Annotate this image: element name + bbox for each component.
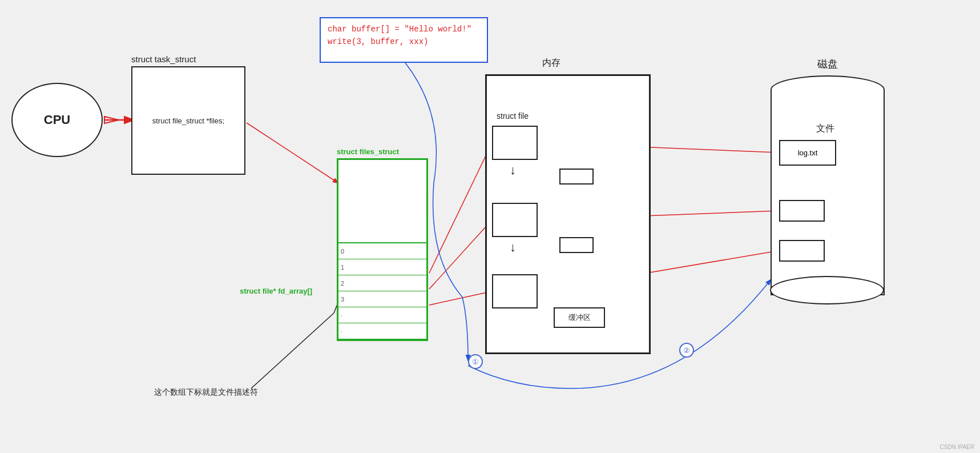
svg-line-5 <box>429 291 492 305</box>
fd-row-3: 3 <box>338 291 426 307</box>
cpu-ellipse: CPU <box>11 83 103 157</box>
fd-row-dot1: · <box>338 307 426 323</box>
svg-line-3 <box>429 143 492 273</box>
files-struct-title: struct files_struct <box>337 147 428 156</box>
fd-row-0: 0 <box>338 243 426 259</box>
buffer-label: 缓冲区 <box>568 312 591 323</box>
file-item-1 <box>492 126 538 160</box>
task-struct-title: struct task_struct <box>131 54 245 64</box>
fd-array-rows: 0 1 2 3 · · <box>338 242 426 339</box>
memory-title: 内存 <box>542 57 560 69</box>
disk-file-3 <box>779 240 825 262</box>
code-box: char buffer[] = "Hello world!" write(3, … <box>320 17 488 63</box>
file-item-2 <box>492 203 538 237</box>
disk-cylinder <box>771 75 885 304</box>
code-line-2: write(3, buffer, xxx) <box>328 35 480 48</box>
down-arrow-1: ↓ <box>510 163 516 178</box>
disk-file-1-label: log.txt <box>798 149 818 157</box>
files-struct-box: 0 1 2 3 · · <box>337 158 428 341</box>
disk-container: 磁盘 <box>771 57 885 304</box>
files-struct-container: struct files_struct 0 1 2 3 · · struct f… <box>337 147 428 341</box>
small-box-1 <box>559 169 594 185</box>
code-line-1: char buffer[] = "Hello world!" <box>328 23 480 35</box>
small-box-2 <box>559 237 594 253</box>
svg-line-2 <box>247 123 338 183</box>
svg-line-10 <box>251 313 334 388</box>
file-item-3 <box>492 274 538 308</box>
task-struct-container: struct task_struct struct file_struct *f… <box>131 54 245 175</box>
cpu-label: CPU <box>44 113 70 127</box>
fd-row-dot2: · <box>338 323 426 339</box>
disk-file-2 <box>779 200 825 222</box>
task-struct-box: struct file_struct *files; <box>131 66 245 175</box>
disk-file-1: log.txt <box>779 140 836 166</box>
label-circle-1: ① <box>468 354 483 369</box>
task-struct-content: struct file_struct *files; <box>152 117 224 125</box>
file-section-title: 文件 <box>816 123 834 135</box>
down-arrow-2: ↓ <box>510 240 516 255</box>
cylinder-bottom <box>770 276 884 304</box>
fd-row-2: 2 <box>338 275 426 291</box>
bottom-note: 这个数组下标就是文件描述符 <box>154 387 258 398</box>
diagram: CPU struct task_struct struct file_struc… <box>0 0 980 453</box>
buffer-box: 缓冲区 <box>554 307 605 328</box>
fd-array-label: struct file* fd_array[] <box>240 287 312 295</box>
fd-row-1: 1 <box>338 259 426 275</box>
label-circle-2: ② <box>679 343 694 358</box>
watermark: CSDN IPAER <box>940 444 974 450</box>
svg-line-4 <box>429 220 492 289</box>
struct-file-title: struct file <box>497 111 529 121</box>
disk-title: 磁盘 <box>771 57 885 71</box>
cylinder-body <box>771 90 885 295</box>
svg-marker-1 <box>104 117 119 123</box>
